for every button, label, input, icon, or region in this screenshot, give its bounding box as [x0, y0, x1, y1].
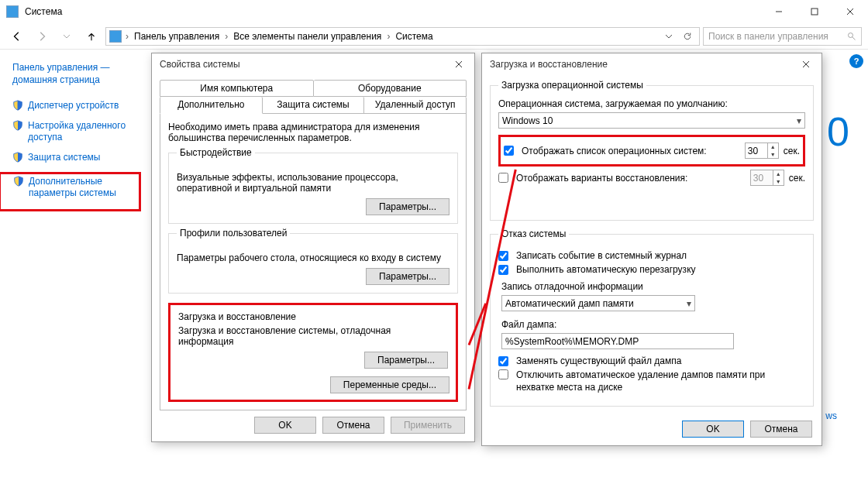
- tab-computer-name[interactable]: Имя компьютера: [160, 80, 314, 97]
- svg-point-4: [849, 33, 853, 37]
- ok-button[interactable]: OK: [254, 417, 316, 434]
- startup-legend: Загрузка и восстановление: [178, 311, 448, 322]
- profiles-settings-button[interactable]: Параметры...: [366, 268, 450, 285]
- close-icon[interactable]: [450, 55, 468, 74]
- shield-icon: [12, 100, 23, 111]
- dialog-title: Свойства системы: [160, 59, 240, 70]
- tab-advanced[interactable]: Дополнительно: [160, 97, 263, 114]
- tab-remote[interactable]: Удаленный доступ: [364, 97, 467, 113]
- tab-system-protection[interactable]: Защита системы: [263, 97, 365, 113]
- auto-restart-checkbox[interactable]: [498, 265, 508, 275]
- show-recovery-checkbox[interactable]: [498, 173, 508, 183]
- dump-type-select[interactable]: Автоматический дамп памяти ▾: [501, 295, 695, 311]
- spin-down-icon[interactable]: ▼: [768, 151, 778, 159]
- sidebar-item-advanced-settings[interactable]: Дополнительные параметры системы: [29, 176, 137, 200]
- window-titlebar: Система: [0, 0, 868, 23]
- admin-note: Необходимо иметь права администратора дл…: [168, 122, 458, 143]
- show-os-list-seconds[interactable]: ▲▼: [745, 142, 779, 159]
- overwrite-dump-label: Заменять существующий файл дампа: [516, 355, 681, 366]
- system-startup-fieldset: Загрузка операционной системы Операционн…: [490, 80, 814, 221]
- tab-hardware[interactable]: Оборудование: [314, 80, 467, 97]
- spin-up-icon[interactable]: ▲: [768, 143, 778, 151]
- minimize-button[interactable]: [761, 0, 797, 23]
- overwrite-dump-checkbox[interactable]: [498, 356, 508, 366]
- system-failure-legend: Отказ системы: [498, 228, 569, 239]
- spin-down-icon: ▼: [773, 178, 784, 186]
- show-recovery-seconds: ▲▼: [750, 170, 784, 186]
- side-nav: Панель управления — домашняя страница Ди…: [0, 50, 147, 491]
- show-os-list-highlight: Отображать список операционных систем: ▲…: [498, 135, 805, 167]
- sidebar-item-system-protection[interactable]: Защита системы: [28, 152, 100, 164]
- startup-settings-button[interactable]: Параметры...: [364, 352, 448, 369]
- refresh-icon[interactable]: [679, 28, 696, 45]
- dump-file-value: %SystemRoot%\MEMORY.DMP: [505, 336, 639, 347]
- address-bar[interactable]: › Панель управления › Все элементы панел…: [105, 27, 700, 46]
- performance-legend: Быстродействие: [177, 147, 255, 158]
- show-os-list-checkbox[interactable]: [504, 146, 514, 156]
- sec-label: сек.: [784, 146, 800, 156]
- performance-settings-button[interactable]: Параметры...: [366, 198, 450, 215]
- window-title: Система: [25, 6, 62, 17]
- performance-group: Быстродействие Визуальные эффекты, испол…: [168, 153, 458, 224]
- close-button[interactable]: [832, 0, 868, 23]
- svg-line-5: [852, 36, 856, 39]
- profiles-legend: Профили пользователей: [177, 228, 290, 239]
- default-os-label: Операционная система, загружаемая по умо…: [498, 98, 805, 109]
- dump-info-label: Запись отладочной информации: [501, 281, 805, 292]
- breadcrumb[interactable]: Панель управления: [133, 29, 221, 43]
- shield-icon: [12, 120, 23, 131]
- log-event-checkbox[interactable]: [498, 251, 508, 261]
- sidebar-item-device-manager[interactable]: Диспетчер устройств: [28, 100, 119, 112]
- startup-recovery-dialog: Загрузка и восстановление Загрузка опера…: [481, 53, 822, 446]
- close-icon[interactable]: [797, 55, 815, 74]
- startup-text: Загрузка и восстановление системы, отлад…: [178, 325, 448, 347]
- address-icon: [109, 30, 122, 43]
- sidebar-item-advanced-highlight: Дополнительные параметры системы: [0, 172, 141, 211]
- system-properties-dialog: Свойства системы Имя компьютера Оборудов…: [151, 53, 475, 442]
- system-failure-fieldset: Отказ системы Записать событие в системн…: [490, 228, 814, 407]
- sec-label: сек.: [789, 173, 805, 184]
- nav-history-icon[interactable]: [56, 26, 78, 47]
- cancel-button[interactable]: Отмена: [750, 421, 812, 438]
- cancel-button[interactable]: Отмена: [322, 417, 384, 434]
- search-icon: [847, 32, 856, 41]
- shield-icon: [12, 152, 23, 163]
- dump-file-label: Файл дампа:: [501, 319, 805, 330]
- chevron-down-icon: ▾: [687, 298, 691, 309]
- default-os-value: Windows 10: [502, 115, 553, 126]
- sidebar-item-remote-settings[interactable]: Настройка удаленного доступа: [28, 120, 141, 144]
- show-recovery-label: Отображать варианты восстановления:: [516, 173, 746, 184]
- startup-group-highlight: Загрузка и восстановление Загрузка и вос…: [168, 303, 458, 402]
- control-panel-home-link[interactable]: Панель управления — домашняя страница: [12, 62, 141, 86]
- address-sep: ›: [123, 31, 131, 42]
- nav-back-icon[interactable]: [6, 26, 28, 47]
- profiles-text: Параметры рабочего стола, относящиеся ко…: [177, 252, 450, 263]
- default-os-select[interactable]: Windows 10 ▾: [498, 112, 805, 129]
- search-input[interactable]: Поиск в панели управления: [703, 27, 862, 46]
- spin-up-icon: ▲: [773, 170, 784, 178]
- nav-forward-icon[interactable]: [31, 26, 53, 47]
- svg-rect-1: [811, 9, 818, 15]
- nav-row: › Панель управления › Все элементы панел…: [0, 23, 868, 50]
- apply-button[interactable]: Применить: [391, 417, 465, 434]
- dump-file-input[interactable]: %SystemRoot%\MEMORY.DMP: [501, 333, 734, 349]
- performance-text: Визуальные эффекты, использование процес…: [177, 172, 450, 194]
- search-placeholder: Поиск в панели управления: [708, 31, 828, 42]
- address-dropdown-icon[interactable]: [660, 28, 677, 45]
- shield-icon: [13, 176, 24, 187]
- log-event-label: Записать событие в системный журнал: [516, 250, 687, 261]
- breadcrumb[interactable]: Все элементы панели управления: [232, 29, 383, 43]
- system-window-icon: [6, 5, 19, 18]
- dump-type-value: Автоматический дамп памяти: [505, 298, 634, 309]
- maximize-button[interactable]: [797, 0, 832, 23]
- show-recovery-seconds-input: [751, 170, 773, 185]
- nav-up-icon[interactable]: [81, 26, 102, 47]
- show-os-list-label: Отображать список операционных систем:: [522, 146, 740, 156]
- show-os-list-seconds-input[interactable]: [746, 143, 767, 158]
- ok-button[interactable]: OK: [682, 421, 744, 438]
- system-startup-legend: Загрузка операционной системы: [498, 80, 646, 91]
- breadcrumb[interactable]: Система: [394, 29, 434, 43]
- disable-autodel-checkbox[interactable]: [498, 369, 508, 379]
- chevron-down-icon: ▾: [797, 115, 801, 126]
- env-vars-button[interactable]: Переменные среды...: [330, 376, 450, 393]
